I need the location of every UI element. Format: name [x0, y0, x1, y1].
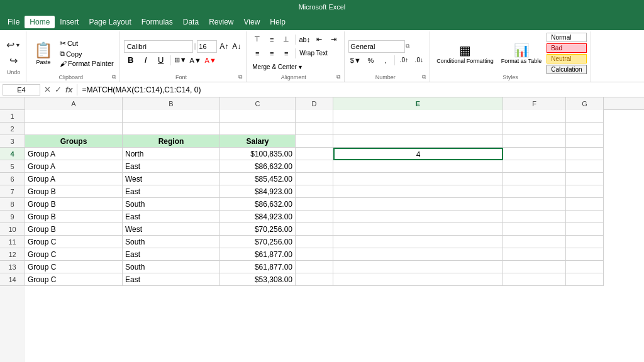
cell-f9[interactable] [503, 211, 566, 223]
cell-d8[interactable] [296, 198, 333, 211]
cell-a4[interactable]: Group A [25, 148, 123, 160]
cell-c2[interactable] [220, 123, 296, 135]
cell-f4[interactable] [503, 148, 566, 160]
cell-a6[interactable]: Group A [25, 173, 123, 185]
cell-b5[interactable]: East [123, 160, 220, 173]
cell-d14[interactable] [296, 273, 333, 286]
menu-review[interactable]: Review [204, 16, 238, 28]
cell-f8[interactable] [503, 198, 566, 211]
decrease-font-button[interactable]: A↓ [231, 41, 242, 52]
cell-g12[interactable] [566, 248, 604, 261]
cell-reference-input[interactable] [3, 84, 40, 96]
text-direction-button[interactable]: ab↕ [297, 33, 311, 46]
align-center-button[interactable]: ≡ [265, 47, 279, 60]
fill-color-button[interactable]: A▼ [189, 54, 203, 67]
col-header-f[interactable]: F [503, 97, 566, 110]
cell-d10[interactable] [296, 223, 333, 236]
clipboard-expand-icon[interactable]: ⧉ [112, 74, 116, 80]
cell-c13[interactable]: $61,877.00 [220, 261, 296, 273]
cell-a5[interactable]: Group A [25, 160, 123, 173]
row-header-9[interactable]: 9 [0, 211, 25, 223]
undo-button[interactable]: ↩▼ [5, 38, 22, 52]
cell-b2[interactable] [123, 123, 220, 135]
cell-b6[interactable]: West [123, 173, 220, 185]
cell-g13[interactable] [566, 261, 604, 273]
cell-c11[interactable]: $70,256.00 [220, 236, 296, 248]
cell-a2[interactable] [25, 123, 123, 135]
cell-e13[interactable] [333, 261, 503, 273]
merge-center-button[interactable]: Merge & Center ▼ [250, 61, 305, 74]
insert-function-icon[interactable]: fx [64, 85, 74, 94]
row-header-5[interactable]: 5 [0, 160, 25, 173]
menu-data[interactable]: Data [178, 16, 204, 28]
cell-f7[interactable] [503, 185, 566, 198]
cell-d13[interactable] [296, 261, 333, 273]
cell-e10[interactable] [333, 223, 503, 236]
cell-f12[interactable] [503, 248, 566, 261]
cell-e8[interactable] [333, 198, 503, 211]
cell-f10[interactable] [503, 223, 566, 236]
row-header-10[interactable]: 10 [0, 223, 25, 236]
cell-c9[interactable]: $84,923.00 [220, 211, 296, 223]
cell-e1[interactable] [333, 110, 503, 123]
align-right-button[interactable]: ≡ [279, 47, 293, 60]
cell-a9[interactable]: Group B [25, 211, 123, 223]
comma-button[interactable]: , [379, 54, 392, 67]
cell-c6[interactable]: $85,452.00 [220, 173, 296, 185]
wrap-text-button[interactable]: Wrap Text [297, 47, 330, 60]
cell-g9[interactable] [566, 211, 604, 223]
row-header-11[interactable]: 11 [0, 236, 25, 248]
style-normal-box[interactable]: Normal [547, 33, 586, 42]
menu-formulas[interactable]: Formulas [136, 16, 178, 28]
dollar-button[interactable]: $▼ [348, 54, 362, 67]
redo-button[interactable]: ↪ [8, 53, 19, 68]
alignment-expand-icon[interactable]: ⧉ [336, 74, 340, 80]
cell-d11[interactable] [296, 236, 333, 248]
row-header-1[interactable]: 1 [0, 110, 25, 123]
row-header-2[interactable]: 2 [0, 123, 25, 135]
row-header-7[interactable]: 7 [0, 185, 25, 198]
cell-f11[interactable] [503, 236, 566, 248]
font-expand-icon[interactable]: ⧉ [238, 74, 242, 80]
col-header-c[interactable]: C [220, 97, 296, 110]
cell-a11[interactable]: Group C [25, 236, 123, 248]
cell-b12[interactable]: East [123, 248, 220, 261]
cell-e14[interactable] [333, 273, 503, 286]
cell-d6[interactable] [296, 173, 333, 185]
cell-c4[interactable]: $100,835.00 [220, 148, 296, 160]
cell-d5[interactable] [296, 160, 333, 173]
format-as-table-button[interactable]: 📊 Format as Table [499, 41, 544, 66]
formula-input[interactable] [80, 84, 641, 96]
cell-b4[interactable]: North [123, 148, 220, 160]
cell-f14[interactable] [503, 273, 566, 286]
number-expand-icon[interactable]: ⧉ [422, 74, 426, 80]
cell-g7[interactable] [566, 185, 604, 198]
cell-f2[interactable] [503, 123, 566, 135]
align-top-button[interactable]: ⊤ [250, 33, 264, 46]
cell-d2[interactable] [296, 123, 333, 135]
row-header-8[interactable]: 8 [0, 198, 25, 211]
menu-help[interactable]: Help [265, 16, 291, 28]
cell-f3[interactable] [503, 135, 566, 148]
row-header-12[interactable]: 12 [0, 248, 25, 261]
menu-home[interactable]: Home [25, 16, 55, 28]
cell-c14[interactable]: $53,308.00 [220, 273, 296, 286]
cell-a13[interactable]: Group C [25, 261, 123, 273]
cell-d4[interactable] [296, 148, 333, 160]
cell-e4[interactable]: 4 [333, 148, 503, 160]
cell-g6[interactable] [566, 173, 604, 185]
cell-c7[interactable]: $84,923.00 [220, 185, 296, 198]
cell-e11[interactable] [333, 236, 503, 248]
font-name-input[interactable] [124, 40, 193, 53]
cell-a10[interactable]: Group B [25, 223, 123, 236]
row-header-6[interactable]: 6 [0, 173, 25, 185]
cell-c10[interactable]: $70,256.00 [220, 223, 296, 236]
indent-increase-button[interactable]: ⇥ [326, 33, 340, 46]
border-button[interactable]: ⊞▼ [174, 54, 187, 67]
cell-f6[interactable] [503, 173, 566, 185]
cell-a8[interactable]: Group B [25, 198, 123, 211]
cell-c1[interactable] [220, 110, 296, 123]
cell-c5[interactable]: $86,632.00 [220, 160, 296, 173]
cut-button[interactable]: ✂ Cut [58, 38, 116, 48]
decrease-decimal-button[interactable]: .0↓ [412, 54, 426, 67]
